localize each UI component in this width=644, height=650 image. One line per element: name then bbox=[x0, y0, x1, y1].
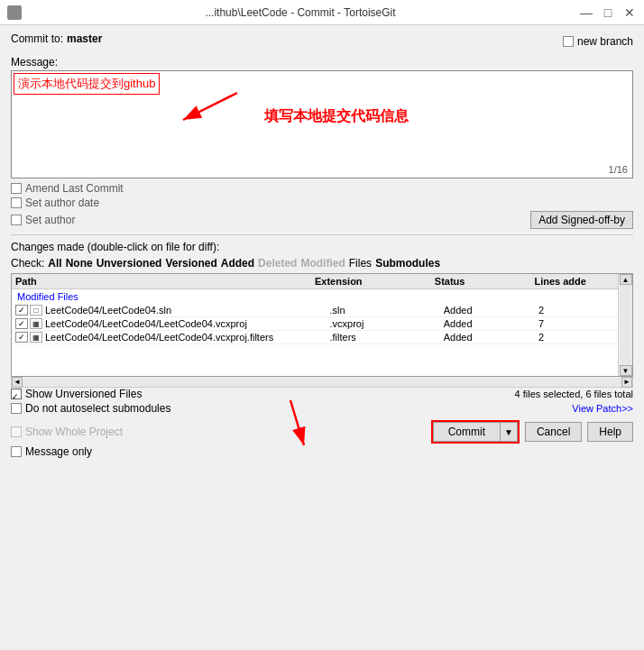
file-status-1: Added bbox=[444, 305, 538, 316]
horizontal-scrollbar[interactable]: ◄ ► bbox=[11, 377, 633, 388]
check-submodules[interactable]: Submodules bbox=[375, 257, 440, 270]
check-deleted[interactable]: Deleted bbox=[258, 257, 297, 270]
file-status-3: Added bbox=[444, 332, 538, 343]
show-unversioned-label: Show Unversioned Files bbox=[25, 388, 142, 400]
amend-row: Amend Last Commit bbox=[11, 182, 633, 195]
commit-button[interactable]: Commit bbox=[433, 422, 500, 442]
scroll-track bbox=[620, 285, 632, 365]
show-whole-checkbox bbox=[11, 426, 22, 437]
file-lines-1: 2 bbox=[538, 305, 614, 316]
author-label: Set author bbox=[25, 214, 75, 226]
table-row[interactable]: ✓ □ LeetCode04/LeetCode04.sln .sln Added… bbox=[12, 304, 618, 317]
message-label: Message: bbox=[11, 56, 633, 69]
author-date-label: Set author date bbox=[25, 197, 99, 209]
annotation-text: 填写本地提交代码信息 bbox=[264, 107, 409, 126]
action-right: Commit ▼ Cancel Help bbox=[431, 420, 633, 444]
app-icon bbox=[7, 5, 22, 20]
divider bbox=[11, 234, 633, 235]
file-icon-1: □ bbox=[30, 305, 42, 316]
table-row[interactable]: ✓ ▦ LeetCode04/LeetCode04/LeetCode04.vcx… bbox=[12, 317, 618, 331]
new-branch-row: new branch bbox=[563, 35, 633, 48]
window-title: ...ithub\LeetCode - Commit - TortoiseGit bbox=[22, 6, 579, 19]
svg-line-3 bbox=[290, 400, 304, 445]
title-bar: ...ithub\LeetCode - Commit - TortoiseGit… bbox=[0, 0, 644, 25]
check-row: Check: All None Unversioned Versioned Ad… bbox=[11, 257, 633, 270]
check-none[interactable]: None bbox=[66, 257, 93, 270]
amend-checkbox[interactable] bbox=[11, 183, 22, 194]
commit-to-row: Commit to: master bbox=[11, 32, 120, 45]
action-left: Show Whole Project bbox=[11, 426, 431, 438]
file-checkbox-2[interactable]: ✓ bbox=[15, 318, 28, 329]
file-table-header: Path Extension Status Lines adde bbox=[12, 274, 618, 289]
no-autoselect-label: Do not autoselect submodules bbox=[25, 402, 170, 415]
check-versioned[interactable]: Versioned bbox=[165, 257, 216, 270]
col-status-header: Status bbox=[435, 276, 535, 287]
minimize-button[interactable]: — bbox=[579, 5, 593, 20]
file-lines-3: 2 bbox=[538, 332, 614, 343]
signed-off-button[interactable]: Add Signed-off-by bbox=[530, 211, 633, 229]
col-path-header: Path bbox=[15, 276, 315, 287]
summary-text: 4 files selected, 6 files total bbox=[515, 389, 633, 399]
annotation-arrow bbox=[170, 84, 242, 138]
check-unversioned[interactable]: Unversioned bbox=[97, 257, 162, 270]
show-unversioned-checkbox[interactable]: ✓ bbox=[11, 389, 22, 399]
new-branch-checkbox[interactable] bbox=[563, 36, 574, 47]
file-ext-3: .filters bbox=[330, 332, 444, 343]
message-only-label: Message only bbox=[25, 445, 92, 458]
close-button[interactable]: ✕ bbox=[622, 5, 637, 20]
commit-dropdown[interactable]: ▼ bbox=[500, 422, 518, 442]
author-checkbox[interactable] bbox=[11, 215, 22, 225]
new-branch-label: new branch bbox=[577, 35, 633, 48]
message-area[interactable]: 演示本地代码提交到github 填写本地提交代码信息 1/16 bbox=[11, 70, 633, 179]
options-section: Amend Last Commit Set author date Set au… bbox=[11, 182, 633, 229]
commit-arrow bbox=[272, 391, 345, 463]
commit-button-group: Commit ▼ bbox=[431, 420, 520, 444]
message-text: 演示本地代码提交到github bbox=[14, 73, 160, 95]
amend-label: Amend Last Commit bbox=[25, 182, 124, 195]
table-row[interactable]: ✓ ▦ LeetCode04/LeetCode04/LeetCode04.vcx… bbox=[12, 331, 618, 344]
author-date-checkbox[interactable] bbox=[11, 197, 22, 208]
check-files[interactable]: Files bbox=[349, 257, 372, 270]
file-icon-3: ▦ bbox=[30, 332, 42, 343]
author-row: Set author Add Signed-off-by bbox=[11, 211, 633, 229]
file-name-1: LeetCode04/LeetCode04.sln bbox=[45, 305, 330, 316]
modified-files-header: Modified Files bbox=[12, 289, 618, 304]
file-status-2: Added bbox=[444, 318, 538, 329]
check-label: Check: bbox=[11, 257, 44, 270]
title-bar-controls: — □ ✕ bbox=[579, 5, 637, 20]
maximize-button[interactable]: □ bbox=[601, 5, 615, 20]
h-scroll-track bbox=[23, 378, 621, 387]
no-autoselect-checkbox[interactable] bbox=[11, 403, 22, 414]
file-icon-2: ▦ bbox=[30, 318, 42, 329]
view-patch-link[interactable]: View Patch>> bbox=[572, 403, 633, 414]
branch-name: master bbox=[67, 32, 102, 45]
scroll-left-btn[interactable]: ◄ bbox=[12, 377, 23, 388]
file-lines-2: 7 bbox=[538, 318, 614, 329]
scroll-down-btn[interactable]: ▼ bbox=[620, 365, 632, 376]
show-whole-label: Show Whole Project bbox=[25, 426, 123, 438]
file-ext-1: .sln bbox=[330, 305, 444, 316]
commit-to-label: Commit to: bbox=[11, 32, 63, 45]
file-checkbox-3[interactable]: ✓ bbox=[15, 332, 28, 343]
file-checkbox-1[interactable]: ✓ bbox=[15, 305, 28, 316]
char-count: 1/16 bbox=[609, 164, 628, 175]
check-added[interactable]: Added bbox=[221, 257, 254, 270]
check-all[interactable]: All bbox=[48, 257, 61, 270]
changes-header: Changes made (double-click on file for d… bbox=[11, 241, 633, 253]
cancel-button[interactable]: Cancel bbox=[525, 422, 582, 442]
main-content: Commit to: master new branch Message: 演示… bbox=[0, 25, 644, 465]
file-name-2: LeetCode04/LeetCode04/LeetCode04.vcxproj bbox=[45, 318, 330, 329]
check-modified[interactable]: Modified bbox=[300, 257, 345, 270]
file-name-3: LeetCode04/LeetCode04/LeetCode04.vcxproj… bbox=[45, 332, 330, 343]
file-table: Path Extension Status Lines adde Modifie… bbox=[11, 273, 633, 377]
col-lines-header: Lines adde bbox=[534, 276, 614, 287]
author-date-row: Set author date bbox=[11, 197, 633, 209]
help-button[interactable]: Help bbox=[587, 422, 633, 442]
scroll-right-btn[interactable]: ► bbox=[621, 377, 632, 388]
scroll-up-btn[interactable]: ▲ bbox=[620, 274, 632, 285]
message-only-checkbox[interactable] bbox=[11, 446, 22, 457]
col-ext-header: Extension bbox=[315, 276, 435, 287]
table-scrollbar[interactable]: ▲ ▼ bbox=[618, 274, 632, 376]
svg-line-1 bbox=[183, 93, 237, 120]
file-ext-2: .vcxproj bbox=[330, 318, 444, 329]
